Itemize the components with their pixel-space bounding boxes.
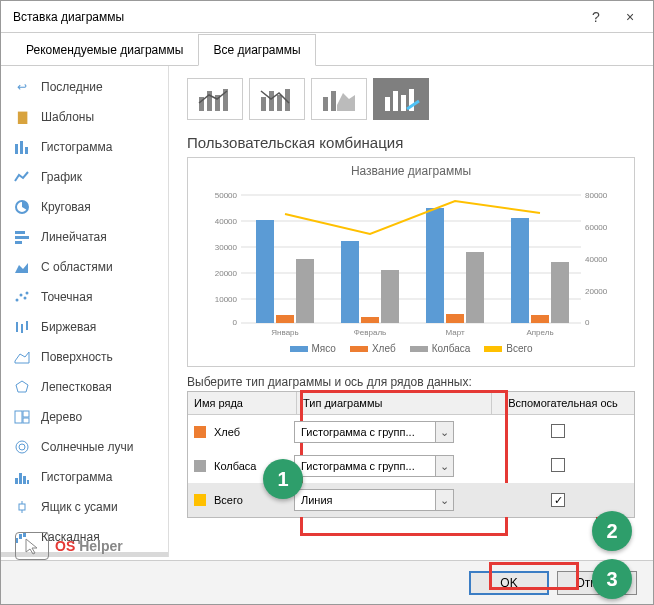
dialog-footer: OK Отмена [1,560,653,604]
chart-type-sidebar: ↩Последние ▇Шаблоны Гистограмма График К… [1,66,169,557]
sidebar-item-stock[interactable]: Биржевая [1,312,168,342]
series-color-swatch [194,460,206,472]
svg-marker-45 [337,93,355,111]
svg-text:40000: 40000 [215,217,238,226]
svg-point-10 [24,297,27,300]
svg-rect-77 [511,218,529,323]
tab-recommended[interactable]: Рекомендуемые диаграммы [11,34,198,66]
sidebar-item-bar[interactable]: Линейчатая [1,222,168,252]
tab-all[interactable]: Все диаграммы [198,34,315,66]
series-type-combo[interactable]: Гистограмма с групп...⌄ [294,421,454,443]
secondary-axis-checkbox[interactable]: ✓ [551,493,565,507]
sidebar-item-label: Шаблоны [41,110,94,124]
combo-subtype-3[interactable] [311,78,367,120]
svg-rect-48 [401,95,406,111]
svg-rect-2 [25,147,28,154]
svg-rect-76 [466,252,484,323]
recent-icon: ↩ [13,78,31,96]
svg-rect-18 [23,411,29,417]
histogram-icon [13,468,31,486]
chart-preview: Название диаграммы 50000 40000 30000 200… [187,157,635,367]
sidebar-item-line[interactable]: График [1,162,168,192]
svg-rect-44 [331,91,336,111]
svg-marker-7 [15,263,28,273]
svg-rect-22 [15,478,18,484]
series-type-combo[interactable]: Гистограмма с групп...⌄ [294,455,454,477]
combo-subtype-custom[interactable] [373,78,429,120]
chevron-down-icon: ⌄ [435,490,453,510]
svg-rect-6 [15,241,22,244]
svg-text:Апрель: Апрель [526,328,553,337]
stock-chart-icon [13,318,31,336]
titlebar: Вставка диаграммы ? × [1,1,653,33]
sidebar-item-templates[interactable]: ▇Шаблоны [1,102,168,132]
sidebar-item-histogram[interactable]: Гистограмма [1,462,168,492]
pie-chart-icon [13,198,31,216]
series-color-swatch [194,426,206,438]
svg-rect-71 [341,241,359,323]
sunburst-icon [13,438,31,456]
cursor-icon [15,532,49,560]
sidebar-item-label: Последние [41,80,103,94]
svg-rect-47 [393,91,398,111]
chevron-down-icon: ⌄ [435,456,453,476]
svg-rect-26 [19,504,25,510]
svg-marker-15 [15,352,29,363]
svg-text:80000: 80000 [585,191,608,200]
section-title: Пользовательская комбинация [187,134,635,151]
sidebar-item-sunburst[interactable]: Солнечные лучи [1,432,168,462]
svg-text:Февраль: Февраль [354,328,387,337]
svg-text:20000: 20000 [215,269,238,278]
svg-marker-16 [16,381,28,392]
ok-button[interactable]: OK [469,571,549,595]
secondary-axis-checkbox[interactable] [551,458,565,472]
line-chart-icon [13,168,31,186]
combo-subtype-2[interactable] [249,78,305,120]
sidebar-item-surface[interactable]: Поверхность [1,342,168,372]
area-chart-icon [13,258,31,276]
combo-subtype-1[interactable] [187,78,243,120]
svg-rect-0 [15,144,18,154]
svg-rect-36 [207,91,212,111]
help-button[interactable]: ? [579,3,613,31]
svg-point-20 [19,444,25,450]
svg-text:60000: 60000 [585,223,608,232]
svg-point-11 [26,292,29,295]
cancel-button[interactable]: Отмена [557,571,637,595]
secondary-axis-checkbox[interactable] [551,424,565,438]
svg-text:Март: Март [445,328,464,337]
svg-rect-24 [23,476,26,484]
svg-rect-25 [27,480,29,484]
svg-rect-79 [551,262,569,323]
svg-rect-40 [269,91,274,111]
svg-text:40000: 40000 [585,255,608,264]
svg-rect-75 [446,314,464,323]
series-type-combo[interactable]: Линия⌄ [294,489,454,511]
sidebar-item-label: Точечная [41,290,92,304]
sidebar-item-pie[interactable]: Круговая [1,192,168,222]
series-row[interactable]: Всего Линия⌄ ✓ [188,483,634,517]
sidebar-item-area[interactable]: С областями [1,252,168,282]
sidebar-item-box[interactable]: Ящик с усами [1,492,168,522]
series-row[interactable]: Хлеб Гистограмма с групп...⌄ [188,415,634,449]
sidebar-item-recent[interactable]: ↩Последние [1,72,168,102]
svg-text:0: 0 [585,318,590,327]
svg-point-8 [16,299,19,302]
sidebar-item-treemap[interactable]: Дерево [1,402,168,432]
sidebar-item-label: Линейчатая [41,230,107,244]
series-row[interactable]: Колбаса Гистограмма с групп...⌄ [188,449,634,483]
svg-text:10000: 10000 [215,295,238,304]
series-color-swatch [194,494,206,506]
col-axis-header: Вспомогательная ось [492,392,634,414]
sidebar-item-column[interactable]: Гистограмма [1,132,168,162]
sidebar-item-scatter[interactable]: Точечная [1,282,168,312]
svg-rect-19 [23,418,29,423]
svg-rect-5 [15,236,29,239]
bar-chart-icon [13,228,31,246]
svg-rect-73 [381,270,399,323]
svg-rect-41 [277,95,282,111]
close-button[interactable]: × [613,3,647,31]
sidebar-item-radar[interactable]: Лепестковая [1,372,168,402]
surface-chart-icon [13,348,31,366]
scatter-chart-icon [13,288,31,306]
